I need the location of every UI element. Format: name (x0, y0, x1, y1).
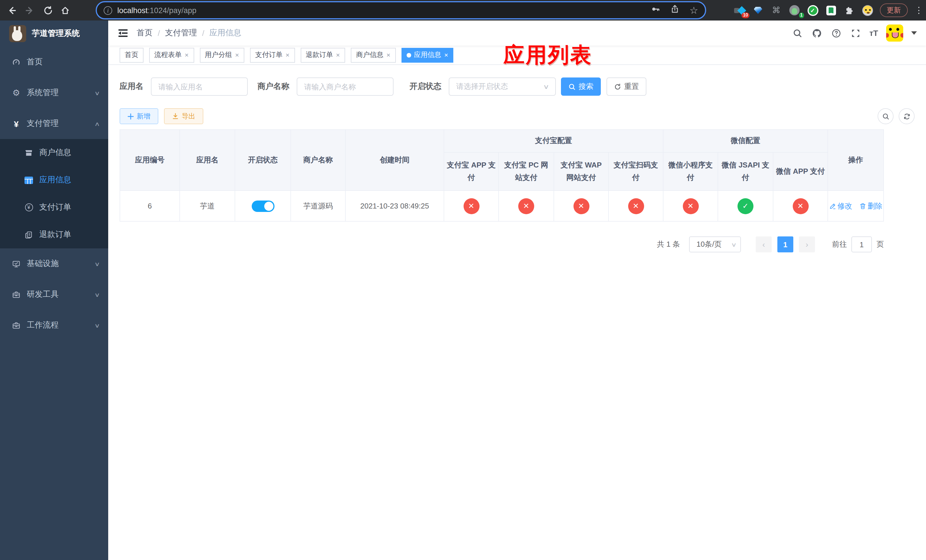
browser-home-icon[interactable] (58, 3, 72, 17)
sidebar-item-system[interactable]: ⚙ 系统管理 ∨ (0, 77, 108, 108)
toolbox-icon (11, 290, 21, 299)
address-bar[interactable]: i localhost:1024/pay/app ☆ (96, 1, 706, 20)
extension-tabs-icon[interactable]: 10 (734, 5, 746, 16)
tab-label: 首页 (125, 50, 138, 60)
sidebar-item-label: 支付管理 (27, 118, 59, 129)
app-name-input[interactable] (151, 77, 248, 96)
sidebar-collapse-icon[interactable] (117, 27, 129, 39)
extension-leaf-icon[interactable]: 1 (789, 5, 800, 16)
extension-gem-icon[interactable] (752, 5, 764, 16)
breadcrumb-home[interactable]: 首页 (137, 28, 153, 38)
sidebar-item-home[interactable]: 首页 (0, 47, 108, 77)
prev-page-button[interactable]: ‹ (756, 236, 772, 252)
search-button[interactable]: 搜索 (561, 77, 601, 96)
close-icon[interactable]: ✕ (235, 52, 239, 58)
share-icon[interactable] (670, 5, 679, 16)
search-button-label: 搜索 (579, 82, 593, 92)
bookmark-star-icon[interactable]: ☆ (690, 4, 699, 16)
browser-menu-icon[interactable]: ⋮ (915, 5, 920, 15)
close-icon[interactable]: ✕ (285, 52, 290, 58)
app-name-label: 应用名 (120, 82, 144, 92)
extensions-puzzle-icon[interactable] (843, 5, 855, 16)
extension-book-icon[interactable] (825, 5, 837, 16)
site-info-icon[interactable]: i (104, 6, 112, 15)
user-menu-caret-icon[interactable] (911, 31, 917, 35)
browser-toolbar: i localhost:1024/pay/app ☆ 10 ⌘ 1 (0, 0, 926, 21)
sidebar-item-label: 商户信息 (39, 148, 71, 158)
page-size-select[interactable]: 10条/页 ∨ (689, 236, 741, 252)
help-icon[interactable] (831, 27, 842, 39)
font-size-icon[interactable]: ᴛT (869, 29, 878, 38)
sidebar-item-infrastructure[interactable]: 基础设施 ∨ (0, 248, 108, 279)
breadcrumb-payment[interactable]: 支付管理 (165, 28, 197, 38)
tab-refund-orders[interactable]: 退款订单✕ (300, 48, 345, 62)
next-page-button[interactable]: › (799, 236, 815, 252)
delete-link[interactable]: 删除 (859, 201, 882, 211)
sidebar-item-dev-tools[interactable]: 研发工具 ∨ (0, 279, 108, 310)
col-operations: 操作 (828, 130, 884, 191)
col-created: 创建时间 (345, 130, 444, 191)
yen-icon: ¥ (11, 119, 21, 129)
chevron-down-icon: ∨ (543, 83, 549, 90)
close-icon[interactable]: ✕ (336, 52, 340, 58)
tab-merchant-info[interactable]: 商户信息✕ (351, 48, 395, 62)
breadcrumb: 首页 / 支付管理 / 应用信息 (137, 28, 242, 38)
tab-app-info[interactable]: 应用信息✕ (401, 48, 453, 62)
store-icon (24, 148, 33, 157)
edit-link[interactable]: 修改 (829, 201, 852, 211)
browser-forward-icon[interactable] (23, 3, 36, 17)
status-select[interactable]: 请选择开启状态 ∨ (449, 77, 556, 96)
tab-pay-orders[interactable]: 支付订单✕ (250, 48, 295, 62)
extension-command-icon[interactable]: ⌘ (770, 5, 782, 16)
breadcrumb-separator: / (202, 29, 204, 38)
status-toggle[interactable] (251, 200, 274, 212)
sidebar-item-app-info[interactable]: 应用信息 (0, 166, 108, 194)
col-app-name: 应用名 (180, 130, 235, 191)
close-icon[interactable]: ✕ (444, 52, 448, 58)
password-key-icon[interactable] (651, 5, 660, 16)
browser-back-icon[interactable] (5, 3, 18, 17)
wechat-mini-status-icon: ✕ (682, 198, 699, 214)
tab-label: 退款订单 (306, 50, 333, 60)
sidebar-item-pay-orders[interactable]: ¥ 支付订单 (0, 194, 108, 221)
wechat-jsapi-status-icon: ✓ (737, 198, 754, 214)
sidebar-item-workflow[interactable]: 工作流程 ∨ (0, 310, 108, 341)
sidebar-item-merchant-info[interactable]: 商户信息 (0, 139, 108, 166)
status-select-placeholder: 请选择开启状态 (456, 82, 508, 92)
delete-link-label: 删除 (868, 201, 882, 211)
merchant-name-input[interactable] (297, 77, 393, 96)
app-logo-row[interactable]: 芋道管理系统 (0, 21, 108, 47)
tab-label: 支付订单 (255, 50, 283, 60)
sidebar-item-payment[interactable]: ¥ 支付管理 ∧ (0, 108, 108, 139)
close-icon[interactable]: ✕ (185, 52, 189, 58)
reset-button[interactable]: 重置 (607, 77, 646, 96)
col-app-id: 应用编号 (120, 130, 180, 191)
goto-page-input[interactable] (851, 236, 872, 252)
tab-user-group[interactable]: 用户分组✕ (200, 48, 244, 62)
cell-app-name: 芋道 (180, 191, 235, 221)
merchant-name-label: 商户名称 (257, 82, 289, 92)
browser-profile-avatar[interactable] (862, 5, 873, 16)
header-search-icon[interactable] (792, 27, 803, 39)
add-button[interactable]: 新增 (120, 108, 158, 124)
col-wechat-jsapi: 微信 JSAPI 支付 (718, 152, 773, 191)
tab-home[interactable]: 首页 (120, 48, 144, 62)
user-avatar[interactable] (886, 24, 903, 42)
browser-reload-icon[interactable] (41, 3, 54, 17)
close-icon[interactable]: ✕ (386, 52, 390, 58)
sidebar-item-refund-orders[interactable]: 退款订单 (0, 221, 108, 248)
refresh-button[interactable] (899, 108, 915, 124)
export-button[interactable]: 导出 (164, 108, 203, 124)
alipay-wap-status-icon: ✕ (573, 198, 589, 214)
tab-process-form[interactable]: 流程表单✕ (149, 48, 194, 62)
page-size-value: 10条/页 (696, 239, 722, 250)
github-icon[interactable] (811, 27, 823, 39)
extension-check-icon[interactable]: ✓ (807, 5, 819, 16)
browser-update-button[interactable]: 更新 (880, 3, 908, 17)
sidebar-item-label: 退款订单 (39, 230, 71, 240)
col-alipay-qr: 支付宝扫码支付 (608, 152, 663, 191)
page-number-1[interactable]: 1 (777, 236, 793, 252)
toggle-search-button[interactable] (878, 108, 894, 124)
col-alipay-app: 支付宝 APP 支付 (444, 152, 499, 191)
fullscreen-icon[interactable] (850, 27, 861, 39)
